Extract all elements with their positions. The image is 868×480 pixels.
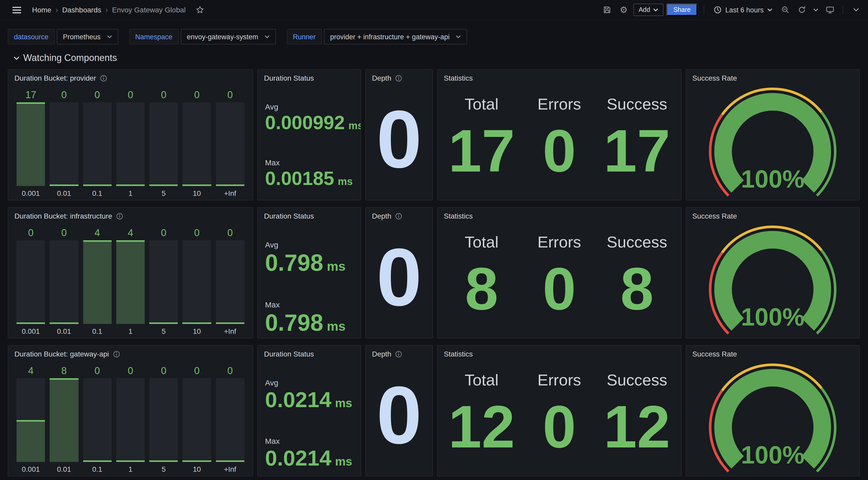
kiosk-monitor-icon[interactable]: [823, 3, 836, 17]
favorite-star-icon[interactable]: [193, 3, 207, 17]
bar-fill: [116, 460, 145, 462]
stat-label: Success: [607, 371, 667, 390]
time-range-picker[interactable]: Last 6 hours: [710, 6, 776, 14]
panel-depth: Depth 0: [365, 69, 433, 201]
bar-fill: [50, 378, 79, 462]
info-icon[interactable]: [116, 213, 123, 219]
max-label: Max: [265, 300, 358, 309]
panel-header[interactable]: Depth: [366, 208, 432, 222]
panel-duration-status: Duration Status Avg 0.000992ms Max 0.001…: [257, 69, 361, 201]
menu-hamburger-icon[interactable]: [10, 3, 23, 17]
nav-left: Home › Dashboards › Envoy Gateway Global: [10, 3, 207, 17]
panel-header[interactable]: Statistics: [438, 70, 681, 84]
variable-namespace: Namespace envoy-gateway-system: [129, 29, 276, 44]
bar-value-label: 0: [116, 89, 145, 102]
info-icon[interactable]: [396, 75, 402, 82]
stat-errors: Errors 0: [521, 233, 598, 338]
variable-value-dropdown[interactable]: provider + infrastructure + gateway-api: [324, 29, 467, 44]
bar-fill: [216, 184, 244, 186]
chevron-down-icon: [107, 35, 112, 38]
panel-header[interactable]: Duration Bucket: infrastructure: [8, 208, 253, 222]
info-icon[interactable]: [100, 75, 107, 82]
panel-header[interactable]: Duration Status: [258, 346, 361, 360]
refresh-icon[interactable]: [795, 3, 809, 17]
max-value: 0.00185: [265, 169, 334, 188]
bar-value-label: 0: [183, 365, 211, 378]
bar-x-axis-label: 10: [183, 324, 211, 335]
panel-header[interactable]: Duration Status: [258, 208, 361, 222]
panel-statistics: Statistics Total 8 Errors 0 Success 8: [437, 207, 681, 338]
stat-value: 8: [620, 259, 654, 319]
info-icon[interactable]: [396, 213, 402, 219]
save-dashboard-icon[interactable]: [600, 3, 614, 17]
stat-errors: Errors 0: [521, 95, 598, 200]
bar-track: [83, 240, 112, 324]
bar-x-axis-label: 0.1: [83, 324, 112, 335]
stat-success: Success 8: [598, 233, 676, 338]
bar-column: 80.01: [50, 365, 79, 473]
dashboard-settings-gear-icon[interactable]: ⚙: [617, 3, 630, 17]
breadcrumb: Home › Dashboards › Envoy Gateway Global: [32, 5, 186, 14]
bar-x-axis-label: 1: [116, 462, 145, 473]
duration-status-body: Avg 0.000992ms Max 0.00185ms: [258, 84, 361, 188]
nav-collapse-chevron-icon[interactable]: [849, 3, 863, 17]
bar-x-axis-label: 0.001: [17, 324, 45, 335]
avg-label: Avg: [265, 240, 358, 249]
stat-value: 17: [448, 121, 515, 181]
add-button[interactable]: Add: [633, 4, 664, 16]
bar-fill: [83, 460, 112, 462]
stat-value: 0: [542, 259, 576, 319]
panel-header[interactable]: Statistics: [438, 208, 681, 222]
stat-value: 12: [604, 397, 671, 457]
variable-value-dropdown[interactable]: Prometheus: [57, 29, 118, 44]
max-stat: Max 0.0214ms: [265, 437, 358, 469]
bar-x-axis-label: +Inf: [216, 462, 244, 473]
bar-track: [216, 240, 244, 324]
stat-label: Errors: [537, 95, 581, 114]
breadcrumb-home[interactable]: Home: [32, 6, 52, 14]
row-section-header[interactable]: Watching Components: [13, 53, 868, 64]
stat-errors: Errors 0: [521, 371, 598, 476]
bar-x-axis-label: 5: [149, 462, 178, 473]
bar-x-axis-label: 0.1: [83, 462, 112, 473]
depth-value: 0: [376, 379, 422, 452]
bar-track: [183, 240, 211, 324]
panel-title-text: Depth: [372, 212, 392, 221]
depth-value: 0: [376, 241, 422, 314]
zoom-out-time-icon[interactable]: [779, 3, 792, 17]
panel-header[interactable]: Statistics: [438, 346, 681, 360]
avg-value: 0.0214: [265, 389, 332, 411]
dashboard-row-infrastructure: Duration Bucket: infrastructure 00.00100…: [8, 207, 860, 338]
bar-value-label: 0: [83, 89, 112, 102]
bar-track: [50, 102, 79, 186]
bar-track: [216, 378, 244, 462]
stat-label: Errors: [537, 371, 581, 390]
panel-header[interactable]: Duration Status: [258, 70, 361, 84]
variable-value: provider + infrastructure + gateway-api: [330, 33, 450, 40]
panel-title-text: Depth: [372, 350, 392, 359]
chevron-down-icon: [653, 8, 658, 11]
panel-header[interactable]: Duration Bucket: gateway-api: [8, 346, 253, 360]
refresh-interval-chevron-icon[interactable]: [812, 3, 820, 17]
panel-header[interactable]: Duration Bucket: provider: [8, 70, 253, 84]
bar-column: 00.1: [83, 89, 112, 198]
stat-label: Total: [465, 233, 499, 251]
duration-status-body: Avg 0.798ms Max 0.798ms: [258, 222, 361, 334]
variable-label: datasource: [8, 29, 55, 44]
info-icon[interactable]: [113, 351, 120, 358]
share-button[interactable]: Share: [667, 4, 698, 16]
bar-fill: [83, 240, 112, 324]
panel-header[interactable]: Depth: [366, 346, 432, 360]
avg-unit: ms: [348, 120, 361, 131]
info-icon[interactable]: [396, 351, 402, 358]
breadcrumb-dashboards[interactable]: Dashboards: [62, 6, 101, 14]
avg-value: 0.798: [265, 251, 323, 274]
avg-stat: Avg 0.798ms: [265, 240, 358, 274]
variable-value-dropdown[interactable]: envoy-gateway-system: [181, 29, 276, 44]
top-nav-bar: Home › Dashboards › Envoy Gateway Global…: [0, 0, 868, 20]
stat-value: 0: [542, 397, 576, 457]
panel-title-text: Duration Status: [264, 74, 314, 83]
bar-value-label: 4: [17, 365, 45, 378]
panel-header[interactable]: Depth: [366, 70, 432, 84]
bar-track: [183, 102, 211, 186]
